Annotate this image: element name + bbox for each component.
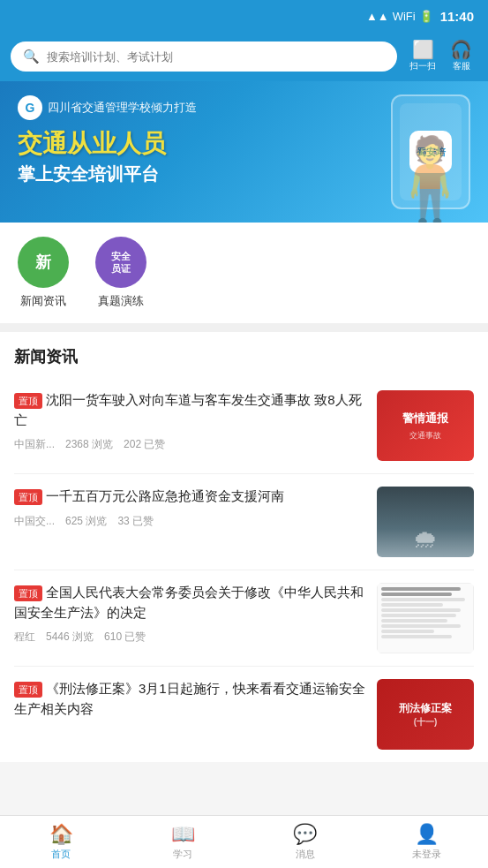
banner-org: G 四川省交通管理学校倾力打造 — [18, 95, 197, 120]
news-thumb-1: 警情通报 交通事故 — [377, 390, 474, 461]
search-bar[interactable]: 🔍 — [11, 42, 397, 72]
news-item-4[interactable]: 置顶《刑法修正案》3月1日起施行，快来看看交通运输安全生产相关内容 刑法修正案 … — [14, 667, 474, 762]
study-icon: 📖 — [171, 823, 195, 846]
status-time: 11:40 — [440, 9, 474, 24]
banner-title2: 掌上安全培训平台 — [18, 162, 197, 186]
news-thumb-2: 🌧 — [377, 487, 474, 557]
nav-study[interactable]: 📖 学习 — [122, 816, 244, 868]
signal-icon: ▲▲ — [366, 10, 389, 23]
news-views-2: 625 浏览 — [65, 514, 107, 529]
nav-message[interactable]: 💬 消息 — [244, 816, 366, 868]
practice-icon: 安全员证 — [95, 237, 146, 288]
study-label: 学习 — [173, 848, 192, 861]
news-icon: 新 — [18, 237, 69, 288]
section-divider — [0, 323, 488, 332]
news-likes-3: 610 已赞 — [104, 630, 146, 645]
quick-item-news[interactable]: 新 新闻资讯 — [18, 237, 69, 309]
news-tag-1: 置顶 — [14, 393, 42, 410]
scan-icon: ⬜ — [412, 41, 434, 58]
banner-title1: 交通从业人员 — [18, 129, 197, 159]
news-views-3: 5446 浏览 — [46, 630, 94, 645]
news-item-2[interactable]: 置顶一千五百万元公路应急抢通资金支援河南 中国交... 625 浏览 33 已赞… — [14, 474, 474, 570]
news-meta-1: 中国新... 2368 浏览 202 已赞 — [14, 437, 366, 452]
battery-icon: 🔋 — [419, 10, 433, 23]
message-icon: 💬 — [293, 823, 317, 846]
news-title-2: 置顶一千五百万元公路应急抢通资金支援河南 — [14, 487, 366, 507]
news-tag-2: 置顶 — [14, 489, 42, 506]
news-title-4: 置顶《刑法修正案》3月1日起施行，快来看看交通运输安全生产相关内容 — [14, 679, 366, 719]
news-section: 新闻资讯 置顶沈阳一货车驶入对向车道与客车发生交通事故 致8人死亡 中国新...… — [0, 332, 488, 762]
status-icons: ▲▲ WiFi 🔋 — [366, 10, 433, 23]
scan-button[interactable]: ⬜ 扫一扫 — [404, 39, 441, 74]
status-bar: ▲▲ WiFi 🔋 11:40 — [0, 0, 488, 32]
nav-profile[interactable]: 👤 未登录 — [366, 816, 488, 868]
news-left-2: 置顶一千五百万元公路应急抢通资金支援河南 中国交... 625 浏览 33 已赞 — [14, 487, 366, 557]
news-meta-3: 程红 5446 浏览 610 已赞 — [14, 630, 366, 645]
banner-org-text: 四川省交通管理学校倾力打造 — [48, 100, 197, 116]
profile-label: 未登录 — [412, 848, 441, 861]
news-tag-3: 置顶 — [14, 585, 42, 602]
practice-quick-label: 真题演练 — [98, 293, 144, 309]
wifi-icon: WiFi — [393, 10, 416, 23]
news-item-3[interactable]: 置顶全国人民代表大会常务委员会关于修改《中华人民共和国安全生产法》的决定 程红 … — [14, 570, 474, 667]
news-source-2: 中国交... — [14, 514, 55, 529]
banner-org-logo: G — [18, 95, 42, 120]
news-source-3: 程红 — [14, 630, 35, 645]
news-title-1: 置顶沈阳一货车驶入对向车道与客车发生交通事故 致8人死亡 — [14, 390, 366, 430]
profile-icon: 👤 — [415, 823, 439, 846]
bottom-nav: 🏠 首页 📖 学习 💬 消息 👤 未登录 — [0, 815, 488, 868]
search-input[interactable] — [47, 50, 385, 64]
news-likes-1: 202 已赞 — [124, 437, 165, 452]
news-quick-label: 新闻资讯 — [20, 293, 66, 309]
news-left-4: 置顶《刑法修正案》3月1日起施行，快来看看交通运输安全生产相关内容 — [14, 679, 366, 750]
news-left-1: 置顶沈阳一货车驶入对向车道与客车发生交通事故 致8人死亡 中国新... 2368… — [14, 390, 366, 461]
news-thumb-3 — [377, 583, 474, 653]
news-tag-4: 置顶 — [14, 682, 42, 698]
banner-right: 蜀安培 🧍 — [391, 90, 470, 214]
home-icon: 🏠 — [49, 823, 73, 846]
service-button[interactable]: 🎧 客服 — [445, 39, 477, 74]
nav-home[interactable]: 🏠 首页 — [0, 816, 122, 868]
news-section-title: 新闻资讯 — [14, 346, 474, 367]
news-title-3: 置顶全国人民代表大会常务委员会关于修改《中华人民共和国安全生产法》的决定 — [14, 583, 366, 623]
quick-item-practice[interactable]: 安全员证 真题演练 — [95, 237, 146, 309]
scan-label: 扫一扫 — [409, 60, 436, 72]
news-likes-2: 33 已赞 — [117, 514, 154, 529]
news-left-3: 置顶全国人民代表大会常务委员会关于修改《中华人民共和国安全生产法》的决定 程红 … — [14, 583, 366, 653]
nav-actions: ⬜ 扫一扫 🎧 客服 — [404, 39, 477, 74]
news-source-1: 中国新... — [14, 437, 55, 452]
banner: G 四川省交通管理学校倾力打造 交通从业人员 掌上安全培训平台 蜀安培 🧍 — [0, 81, 488, 223]
banner-content: G 四川省交通管理学校倾力打造 交通从业人员 掌上安全培训平台 — [18, 95, 197, 186]
news-item-1[interactable]: 置顶沈阳一货车驶入对向车道与客车发生交通事故 致8人死亡 中国新... 2368… — [14, 378, 474, 474]
home-label: 首页 — [51, 848, 71, 861]
message-label: 消息 — [296, 848, 315, 861]
news-views-1: 2368 浏览 — [65, 437, 113, 452]
news-thumb-4: 刑法修正案 (十一) — [377, 679, 474, 750]
banner-person-figure: 🧍 — [380, 139, 479, 218]
service-icon: 🎧 — [450, 41, 472, 58]
news-meta-2: 中国交... 625 浏览 33 已赞 — [14, 514, 366, 529]
search-icon: 🔍 — [23, 49, 40, 64]
quick-access: 新 新闻资讯 安全员证 真题演练 — [0, 223, 488, 323]
top-nav: 🔍 ⬜ 扫一扫 🎧 客服 — [0, 32, 488, 81]
service-label: 客服 — [453, 60, 470, 72]
